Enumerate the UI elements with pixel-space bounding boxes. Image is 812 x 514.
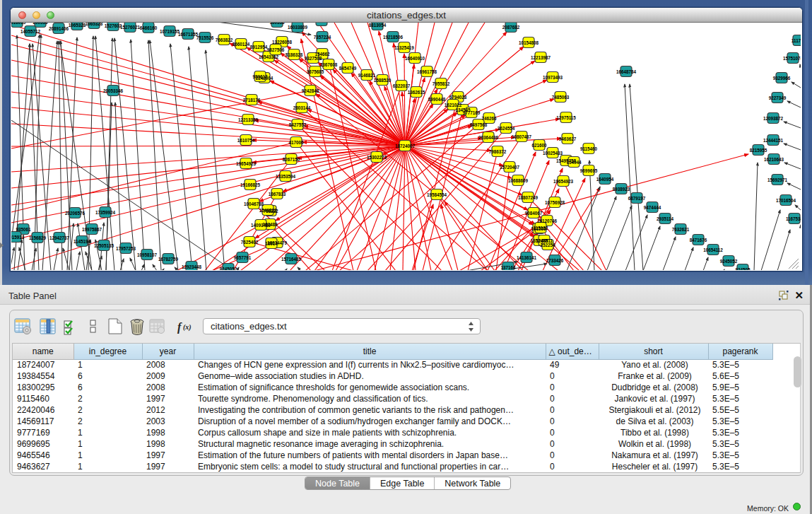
svg-text:6466160: 6466160 bbox=[140, 25, 158, 30]
svg-text:10046788: 10046788 bbox=[244, 201, 264, 206]
svg-text:16671355: 16671355 bbox=[178, 32, 199, 37]
svg-text:17016504: 17016504 bbox=[776, 198, 796, 203]
svg-text:8427552: 8427552 bbox=[289, 122, 307, 127]
svg-text:621600: 621600 bbox=[531, 143, 547, 148]
svg-text:924505: 924505 bbox=[735, 267, 751, 271]
svg-text:14055712: 14055712 bbox=[20, 29, 41, 34]
svg-text:160338: 160338 bbox=[269, 23, 285, 25]
svg-text:19654923: 19654923 bbox=[553, 179, 574, 184]
svg-text:16210643: 16210643 bbox=[764, 157, 784, 162]
svg-text:9777169: 9777169 bbox=[463, 110, 481, 115]
svg-text:252254: 252254 bbox=[540, 243, 555, 247]
svg-text:17957253: 17957253 bbox=[116, 246, 136, 251]
svg-text:9146821: 9146821 bbox=[358, 73, 376, 78]
svg-text:7485063: 7485063 bbox=[552, 95, 570, 100]
svg-text:20364436: 20364436 bbox=[478, 135, 499, 140]
svg-text:19166825: 19166825 bbox=[240, 182, 261, 187]
svg-text:9827506: 9827506 bbox=[267, 47, 285, 52]
svg-text:9227349: 9227349 bbox=[769, 95, 787, 100]
svg-text:9474444: 9474444 bbox=[644, 205, 661, 210]
svg-text:16961758: 16961758 bbox=[417, 69, 437, 74]
svg-text:881305: 881305 bbox=[314, 23, 329, 23]
svg-text:989612: 989612 bbox=[252, 74, 268, 79]
svg-text:12213987: 12213987 bbox=[531, 55, 551, 60]
svg-text:12505135: 12505135 bbox=[94, 243, 114, 248]
svg-text:7986372: 7986372 bbox=[489, 149, 507, 154]
svg-text:10958107: 10958107 bbox=[137, 252, 158, 257]
svg-text:1145194: 1145194 bbox=[73, 239, 91, 244]
svg-text:1610754: 1610754 bbox=[237, 138, 255, 143]
svg-text:16120746: 16120746 bbox=[537, 218, 558, 223]
svg-text:8267150: 8267150 bbox=[283, 157, 300, 162]
svg-text:8215955: 8215955 bbox=[750, 148, 767, 153]
svg-text:1362615: 1362615 bbox=[408, 90, 425, 95]
svg-text:15276021: 15276021 bbox=[120, 25, 141, 30]
svg-text:12093872: 12093872 bbox=[763, 116, 784, 121]
svg-text:18724007: 18724007 bbox=[395, 144, 416, 148]
svg-text:6879197: 6879197 bbox=[628, 196, 646, 201]
svg-text:14136141: 14136141 bbox=[517, 255, 537, 260]
svg-text:2616015: 2616015 bbox=[11, 23, 26, 25]
svg-text:1065328: 1065328 bbox=[86, 23, 103, 26]
svg-text:19654923: 19654923 bbox=[236, 161, 257, 166]
svg-text:9245052: 9245052 bbox=[220, 267, 237, 271]
svg-text:20891406: 20891406 bbox=[49, 26, 69, 31]
svg-text:12975115: 12975115 bbox=[556, 115, 576, 120]
svg-text:16648784: 16648784 bbox=[616, 69, 637, 74]
svg-text:10807487: 10807487 bbox=[512, 134, 532, 139]
svg-text:9657791: 9657791 bbox=[234, 255, 252, 260]
svg-text:12444151: 12444151 bbox=[763, 138, 784, 143]
svg-text:2367608: 2367608 bbox=[320, 62, 338, 67]
svg-text:15302273: 15302273 bbox=[367, 155, 387, 160]
svg-text:1867833: 1867833 bbox=[269, 192, 286, 197]
svg-text:9115460: 9115460 bbox=[580, 146, 598, 151]
svg-text:19975867: 19975867 bbox=[82, 227, 102, 232]
svg-text:12213389: 12213389 bbox=[238, 117, 259, 122]
svg-text:f: f bbox=[177, 321, 182, 334]
svg-text:2087682: 2087682 bbox=[502, 25, 520, 30]
svg-text:12923448: 12923448 bbox=[182, 264, 202, 269]
svg-text:7625402: 7625402 bbox=[241, 240, 259, 245]
svg-text:3624554: 3624554 bbox=[498, 126, 515, 131]
svg-text:15716485: 15716485 bbox=[281, 257, 302, 262]
svg-text:7357224: 7357224 bbox=[314, 35, 331, 40]
svg-text:10756928: 10756928 bbox=[545, 200, 565, 205]
svg-text:9084067: 9084067 bbox=[525, 211, 543, 216]
svg-text:9327508: 9327508 bbox=[305, 56, 322, 61]
svg-text:16782759: 16782759 bbox=[158, 257, 179, 262]
svg-text:17359924: 17359924 bbox=[95, 210, 116, 215]
svg-text:(x): (x) bbox=[183, 323, 192, 332]
svg-text:935061: 935061 bbox=[16, 227, 31, 232]
svg-text:10025433: 10025433 bbox=[543, 151, 563, 156]
svg-text:10719155: 10719155 bbox=[160, 29, 180, 34]
svg-text:8912954: 8912954 bbox=[250, 45, 268, 49]
svg-text:9242848: 9242848 bbox=[302, 88, 319, 93]
svg-text:11325419: 11325419 bbox=[394, 45, 414, 50]
svg-text:9245052: 9245052 bbox=[720, 259, 738, 264]
svg-text:8990448: 8990448 bbox=[428, 97, 446, 102]
svg-text:1167534: 1167534 bbox=[786, 216, 801, 221]
svg-text:1640954: 1640954 bbox=[596, 177, 614, 182]
svg-text:3675685: 3675685 bbox=[307, 69, 324, 74]
svg-text:10973493: 10973493 bbox=[543, 75, 563, 80]
svg-text:6794028: 6794028 bbox=[449, 95, 467, 100]
svg-text:12942737: 12942737 bbox=[49, 235, 70, 240]
svg-text:7632621: 7632621 bbox=[672, 227, 690, 232]
svg-text:20053346: 20053346 bbox=[103, 88, 124, 93]
svg-text:14093489: 14093489 bbox=[251, 223, 271, 228]
svg-text:10654112: 10654112 bbox=[703, 247, 723, 252]
svg-text:16543362: 16543362 bbox=[259, 54, 279, 59]
svg-text:15751074: 15751074 bbox=[783, 56, 801, 61]
svg-text:9329966: 9329966 bbox=[773, 76, 791, 81]
svg-text:2935114: 2935114 bbox=[657, 216, 674, 221]
svg-text:20206576: 20206576 bbox=[65, 211, 86, 216]
svg-text:111753: 111753 bbox=[792, 38, 801, 43]
svg-text:7663822: 7663822 bbox=[216, 37, 233, 42]
svg-text:115132: 115132 bbox=[534, 226, 548, 230]
svg-text:19584554: 19584554 bbox=[427, 192, 447, 197]
svg-text:1156829: 1156829 bbox=[29, 235, 47, 240]
svg-text:15692971: 15692971 bbox=[767, 177, 788, 182]
svg-text:8813054: 8813054 bbox=[369, 23, 387, 28]
svg-text:7515526: 7515526 bbox=[196, 35, 214, 40]
svg-text:18807249: 18807249 bbox=[518, 195, 539, 200]
